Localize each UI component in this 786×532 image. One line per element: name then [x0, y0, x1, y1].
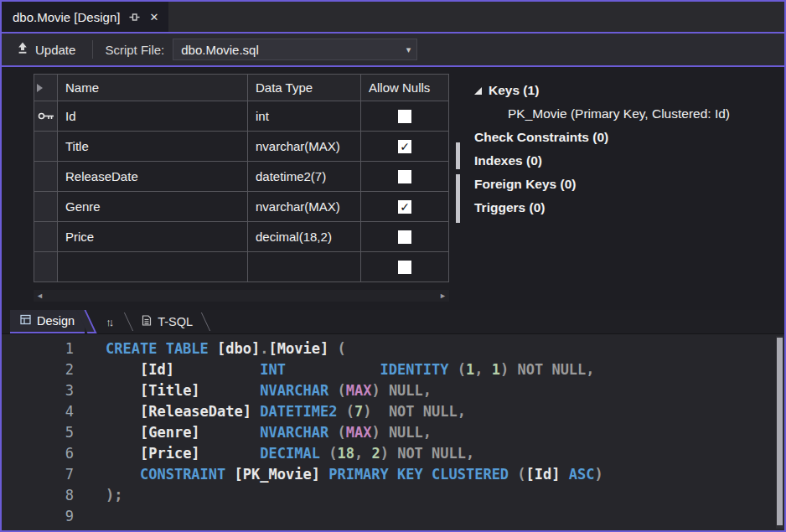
code-token: DECIMAL [260, 445, 320, 462]
code-token [251, 403, 260, 420]
code-line: 1CREATE TABLE [dbo].[Movie] ( [2, 338, 784, 359]
cell-name[interactable]: ReleaseDate [58, 162, 248, 192]
code-token [106, 382, 140, 399]
cell-name[interactable] [58, 252, 248, 282]
cell-allow-nulls[interactable] [361, 162, 449, 192]
close-icon[interactable]: ✕ [149, 11, 158, 23]
context-item-pk-movie[interactable]: PK_Movie (Primary Key, Clustered: Id) [474, 102, 730, 126]
tab-tsql[interactable]: T-SQL [125, 310, 209, 333]
cell-allow-nulls[interactable] [361, 222, 449, 252]
update-button[interactable]: Update [12, 39, 80, 59]
cell-data-type[interactable]: int [248, 101, 361, 132]
document-tabbar: dbo.Movie [Design] ✕ [2, 2, 784, 32]
code-token: [Id] [140, 361, 174, 378]
context-item-label: PK_Movie (Primary Key, Clustered: Id) [508, 106, 730, 121]
document-tab[interactable]: dbo.Movie [Design] ✕ [2, 2, 168, 32]
code-token [380, 382, 389, 399]
grid-corner-cell[interactable] [34, 75, 58, 101]
code-token: NULL, [389, 382, 432, 399]
update-icon [17, 42, 28, 57]
code-token: , [474, 361, 491, 378]
context-item-keys[interactable]: Keys (1) [474, 79, 730, 102]
code-token: DATETIME2 [260, 403, 337, 420]
code-token: [Id] [526, 466, 561, 483]
cell-data-type[interactable]: datetime2(7) [248, 162, 361, 192]
tsql-code-pane[interactable]: 1CREATE TABLE [dbo].[Movie] (2 [Id] INT … [2, 333, 784, 530]
row-header[interactable] [34, 162, 58, 192]
context-item-indexes[interactable]: Indexes (0) [474, 149, 730, 173]
code-token: 2 [371, 445, 380, 462]
pin-icon[interactable] [129, 12, 140, 23]
code-token: [Price] [140, 445, 200, 462]
row-header[interactable] [34, 222, 58, 252]
code-vertical-scrollbar[interactable] [776, 336, 783, 529]
tab-design[interactable]: Design [10, 310, 85, 333]
scroll-right-icon[interactable]: ► [439, 292, 447, 300]
combo-dropdown-icon[interactable]: ▾ [406, 44, 411, 55]
code-token: [dbo] [217, 340, 260, 357]
row-header[interactable] [34, 132, 58, 162]
code-line: 8); [2, 485, 784, 506]
scrollbar-thumb[interactable] [456, 174, 460, 223]
code-token: NVARCHAR [260, 424, 328, 441]
code-token: INT [260, 361, 286, 378]
code-token: 1 [466, 361, 474, 378]
cell-data-type[interactable]: nvarchar(MAX) [248, 192, 361, 222]
scrollbar-thumb[interactable] [456, 142, 460, 169]
column-header-name[interactable]: Name [58, 75, 248, 101]
context-item-foreign-keys[interactable]: Foreign Keys (0) [474, 173, 730, 196]
code-token: [PK_Movie] [235, 466, 320, 483]
cell-name[interactable]: Title [58, 132, 248, 162]
code-token [286, 361, 380, 378]
context-item-label: Keys (1) [489, 83, 539, 98]
line-number: 2 [2, 359, 74, 380]
cell-data-type[interactable]: nvarchar(MAX) [248, 132, 361, 162]
cell-name[interactable]: Genre [58, 192, 248, 222]
grid-horizontal-scrollbar[interactable]: ◄ ► [34, 290, 449, 302]
code-token: [Movie] [269, 340, 329, 357]
scrollbar-thumb[interactable] [777, 338, 783, 525]
scroll-left-icon[interactable]: ◄ [36, 292, 44, 300]
code-line: 3 [Title] NVARCHAR (MAX) NULL, [2, 380, 784, 401]
code-token: ( [328, 340, 345, 357]
cell-name[interactable]: Price [58, 222, 248, 252]
code-token [509, 466, 517, 483]
expanded-arrow-icon[interactable] [474, 87, 482, 95]
script-file-combobox[interactable]: dbo.Movie.sql ▾ [173, 39, 417, 60]
code-token: ) [595, 466, 603, 483]
allow-nulls-checkbox[interactable] [398, 170, 411, 183]
swap-panes-button[interactable]: ↑↓ [99, 310, 118, 333]
cell-allow-nulls[interactable]: ✓ [361, 132, 449, 162]
allow-nulls-checkbox[interactable]: ✓ [398, 200, 411, 214]
code-token [200, 445, 261, 462]
cell-name[interactable]: Id [58, 101, 248, 132]
row-header[interactable] [34, 252, 58, 282]
cell-allow-nulls[interactable]: ✓ [361, 192, 449, 222]
cell-data-type[interactable]: decimal(18,2) [248, 222, 361, 252]
grid-vertical-scrollbar[interactable] [454, 74, 462, 281]
cell-allow-nulls[interactable] [361, 101, 449, 132]
code-token: ( [346, 403, 354, 420]
allow-nulls-checkbox[interactable] [398, 230, 411, 244]
cell-data-type[interactable] [248, 252, 361, 282]
column-header-data-type[interactable]: Data Type [248, 75, 361, 101]
allow-nulls-checkbox[interactable] [398, 261, 411, 274]
script-file-label: Script File: [105, 43, 164, 57]
code-token: [ReleaseDate] [140, 403, 251, 420]
cell-allow-nulls[interactable] [361, 252, 449, 282]
code-token: , [354, 445, 371, 462]
context-item-triggers[interactable]: Triggers (0) [474, 196, 730, 220]
row-header[interactable] [34, 192, 58, 222]
allow-nulls-checkbox[interactable]: ✓ [398, 140, 411, 153]
column-header-allow-nulls[interactable]: Allow Nulls [361, 75, 449, 101]
code-token [509, 361, 517, 378]
code-token: ) [371, 382, 380, 399]
code-token: CREATE TABLE [106, 340, 209, 357]
code-token [371, 403, 388, 420]
tab-design-label: Design [37, 314, 75, 328]
code-token [209, 340, 217, 357]
allow-nulls-checkbox[interactable] [398, 110, 411, 123]
context-item-check-constraints[interactable]: Check Constraints (0) [474, 126, 730, 149]
row-header[interactable] [34, 101, 58, 132]
code-token [106, 445, 140, 462]
